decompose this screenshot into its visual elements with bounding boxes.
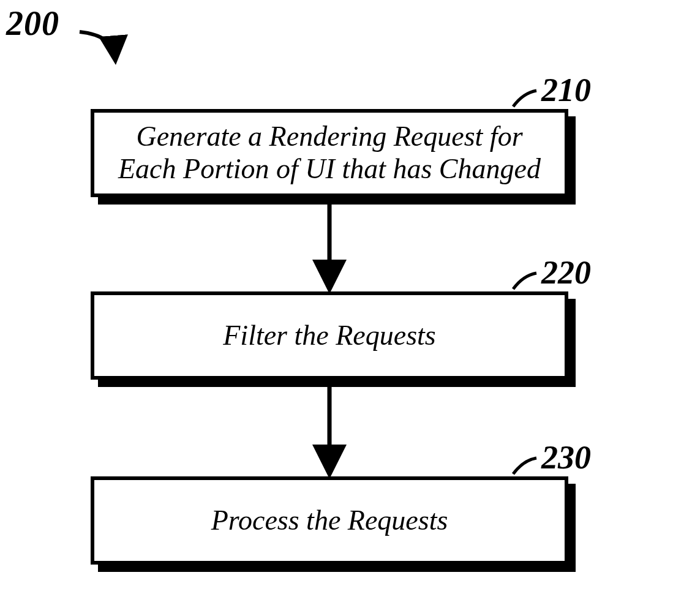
step-box-3: Process the Requests (91, 476, 568, 565)
step-label-1: 210 (541, 71, 591, 109)
step-box-2-text: Filter the Requests (223, 320, 435, 352)
step-box-2: Filter the Requests (91, 291, 568, 380)
step-label-2: 220 (541, 254, 591, 291)
step-label-3: 230 (541, 438, 591, 476)
figure-reference-label: 200 (6, 4, 59, 43)
step-box-3-text: Process the Requests (211, 505, 448, 537)
diagram-canvas: { "figure": { "label": "200" }, "steps":… (0, 0, 673, 616)
step-box-1: Generate a Rendering Request for Each Po… (91, 109, 568, 197)
step-box-1-text: Generate a Rendering Request for Each Po… (107, 121, 552, 186)
